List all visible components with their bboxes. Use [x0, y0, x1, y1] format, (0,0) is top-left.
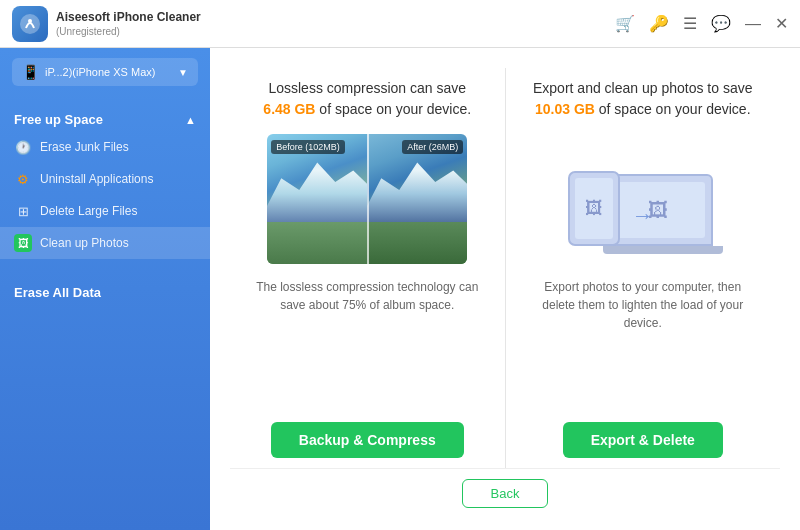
sidebar-item-erase-junk[interactable]: 🕐 Erase Junk Files	[0, 131, 210, 163]
sidebar: 📱 iP...2)(iPhone XS Max) ▼ Free up Space…	[0, 48, 210, 530]
title-bar: Aiseesoft iPhone Cleaner (Unregistered) …	[0, 0, 800, 48]
before-after-image: Before (102MB) After (26MB)	[267, 134, 467, 264]
before-label: Before (102MB)	[271, 140, 345, 154]
content-area: Lossless compression can save 6.48 GB of…	[210, 48, 800, 530]
sidebar-item-label: Delete Large Files	[40, 204, 137, 218]
device-name: iP...2)(iPhone XS Max)	[45, 66, 172, 78]
free-up-space-header: Free up Space ▲	[0, 104, 210, 131]
app-logo	[12, 6, 48, 42]
transfer-arrow-icon: →	[632, 203, 654, 229]
content-panels: Lossless compression can save 6.48 GB of…	[230, 68, 780, 468]
laptop-shape: 🖼	[603, 174, 723, 254]
sidebar-item-label: Clean up Photos	[40, 236, 129, 250]
export-delete-button[interactable]: Export & Delete	[563, 422, 723, 458]
clock-icon: 🕐	[14, 138, 32, 156]
sidebar-item-uninstall-apps[interactable]: ⚙ Uninstall Applications	[0, 163, 210, 195]
export-illustration: 🖼 → 🖼	[563, 134, 723, 264]
section-chevron-icon: ▲	[185, 114, 196, 126]
app-unregistered: (Unregistered)	[56, 26, 615, 37]
photo-icon: 🖼	[585, 198, 603, 219]
minimize-button[interactable]: —	[745, 15, 761, 33]
settings-icon: ⚙	[14, 170, 32, 188]
phone-body: 🖼	[568, 171, 620, 246]
erase-all-section: Erase All Data	[0, 277, 210, 308]
device-selector[interactable]: 📱 iP...2)(iPhone XS Max) ▼	[12, 58, 198, 86]
menu-icon[interactable]: ☰	[683, 14, 697, 33]
grid-icon: ⊞	[14, 202, 32, 220]
window-controls: 🛒 🔑 ☰ 💬 — ✕	[615, 14, 788, 33]
compress-description: The lossless compression technology can …	[254, 278, 481, 314]
sidebar-item-erase-all[interactable]: Erase All Data	[0, 277, 210, 308]
image-divider	[367, 134, 369, 264]
export-panel: Export and clean up photos to save 10.03…	[506, 68, 781, 468]
export-panel-title: Export and clean up photos to save 10.03…	[530, 78, 757, 120]
phone-shape: 🖼	[568, 171, 620, 246]
profile-icon[interactable]: 🔑	[649, 14, 669, 33]
sidebar-item-delete-large[interactable]: ⊞ Delete Large Files	[0, 195, 210, 227]
sidebar-item-label: Erase Junk Files	[40, 140, 129, 154]
backup-compress-button[interactable]: Backup & Compress	[271, 422, 464, 458]
after-image: After (26MB)	[367, 134, 467, 264]
compress-panel-title: Lossless compression can save 6.48 GB of…	[254, 78, 481, 120]
app-name: Aiseesoft iPhone Cleaner	[56, 10, 615, 26]
export-description: Export photos to your computer, then del…	[530, 278, 757, 332]
close-button[interactable]: ✕	[775, 14, 788, 33]
bottom-bar: Back	[230, 468, 780, 514]
device-icon: 📱	[22, 64, 39, 80]
svg-point-1	[28, 19, 32, 23]
app-title-block: Aiseesoft iPhone Cleaner (Unregistered)	[56, 10, 615, 37]
chevron-down-icon: ▼	[178, 67, 188, 78]
image-icon: 🖼	[14, 234, 32, 252]
sidebar-item-label: Uninstall Applications	[40, 172, 153, 186]
cart-icon[interactable]: 🛒	[615, 14, 635, 33]
after-label: After (26MB)	[402, 140, 463, 154]
laptop-base	[603, 246, 723, 254]
compress-panel: Lossless compression can save 6.48 GB of…	[230, 68, 505, 468]
before-image: Before (102MB)	[267, 134, 367, 264]
chat-icon[interactable]: 💬	[711, 14, 731, 33]
sidebar-item-clean-photos[interactable]: 🖼 Clean up Photos	[0, 227, 210, 259]
main-layout: 📱 iP...2)(iPhone XS Max) ▼ Free up Space…	[0, 48, 800, 530]
free-up-space-section: Free up Space ▲ 🕐 Erase Junk Files ⚙ Uni…	[0, 104, 210, 259]
back-button[interactable]: Back	[462, 479, 549, 508]
